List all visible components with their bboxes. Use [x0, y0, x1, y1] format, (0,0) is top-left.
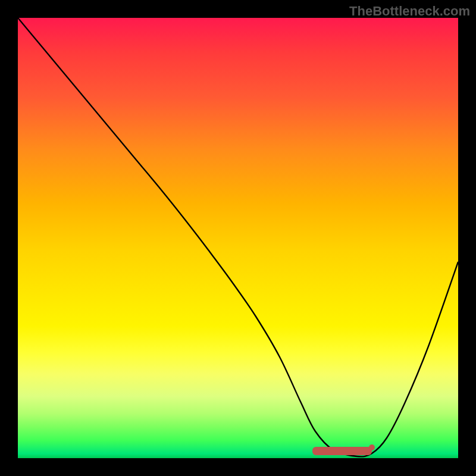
optimal-point-dot: [369, 444, 375, 450]
optimal-range-marker: [312, 447, 372, 455]
chart-svg: [18, 18, 458, 458]
watermark-text: TheBottleneck.com: [349, 4, 470, 19]
chart-plot-area: [18, 18, 458, 458]
bottleneck-curve: [18, 18, 458, 456]
